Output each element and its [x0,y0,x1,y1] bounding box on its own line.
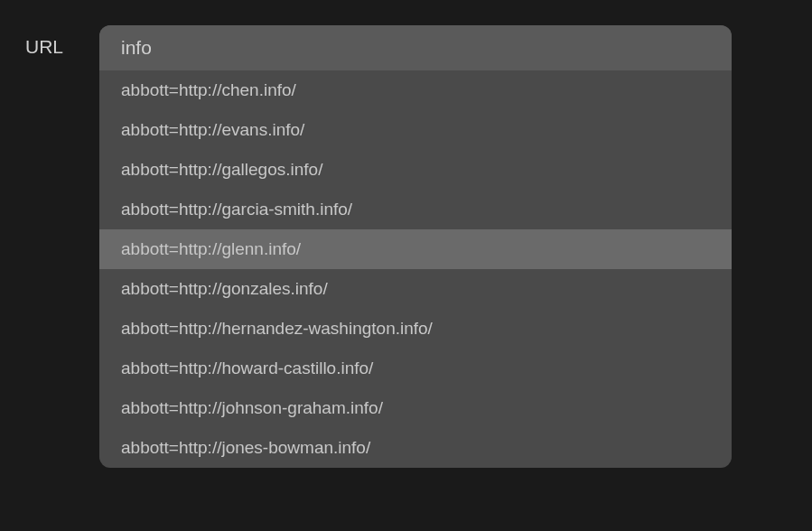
url-field-container: URL abbott=http://chen.info/abbott=http:… [0,0,812,468]
url-dropdown-list: abbott=http://chen.info/abbott=http://ev… [99,70,732,468]
url-dropdown-option[interactable]: abbott=http://glenn.info/ [99,229,732,269]
url-dropdown-option[interactable]: abbott=http://gallegos.info/ [99,150,732,190]
url-dropdown: abbott=http://chen.info/abbott=http://ev… [99,25,732,468]
url-dropdown-option[interactable]: abbott=http://chen.info/ [99,70,732,110]
url-dropdown-option[interactable]: abbott=http://garcia-smith.info/ [99,190,732,229]
url-dropdown-option[interactable]: abbott=http://howard-castillo.info/ [99,349,732,388]
url-dropdown-option[interactable]: abbott=http://jones-bowman.info/ [99,428,732,468]
url-label: URL [25,25,99,468]
url-dropdown-option[interactable]: abbott=http://johnson-graham.info/ [99,388,732,428]
url-dropdown-option[interactable]: abbott=http://hernandez-washington.info/ [99,309,732,349]
url-input[interactable] [99,25,732,70]
url-dropdown-option[interactable]: abbott=http://gonzales.info/ [99,269,732,309]
url-dropdown-option[interactable]: abbott=http://evans.info/ [99,110,732,150]
